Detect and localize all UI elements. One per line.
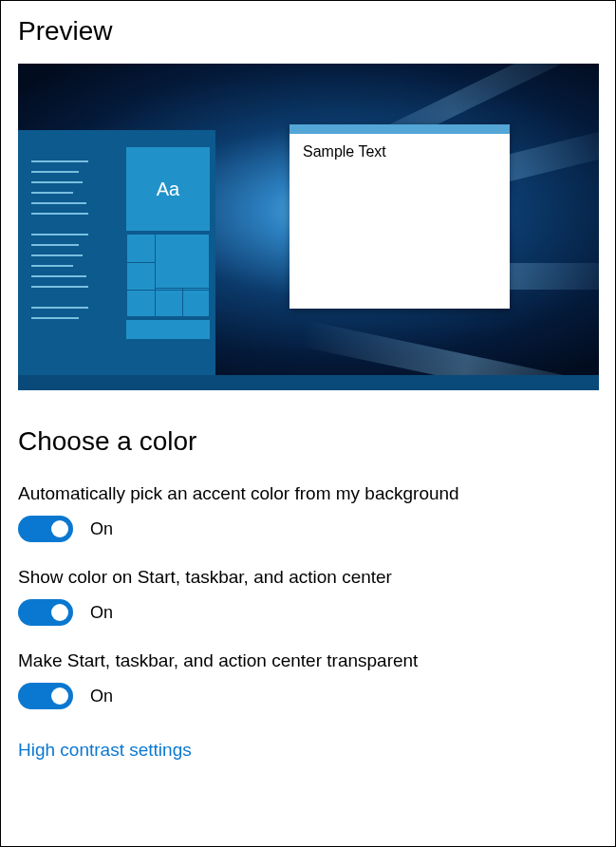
tile-grid bbox=[126, 234, 210, 317]
transparent-start-state: On bbox=[90, 687, 113, 706]
show-color-start-label: Show color on Start, taskbar, and action… bbox=[18, 567, 598, 588]
color-preview-box: Aa Sample Text bbox=[18, 64, 599, 390]
auto-accent-state: On bbox=[90, 519, 113, 539]
tile-aa: Aa bbox=[126, 147, 210, 231]
start-list-preview bbox=[31, 160, 111, 328]
show-color-start-toggle[interactable] bbox=[18, 599, 73, 626]
start-tiles-preview: Aa bbox=[126, 147, 212, 339]
preview-heading: Preview bbox=[18, 16, 598, 47]
choose-color-heading: Choose a color bbox=[18, 426, 598, 457]
auto-accent-label: Automatically pick an accent color from … bbox=[18, 483, 598, 504]
high-contrast-link[interactable]: High contrast settings bbox=[18, 740, 192, 761]
taskbar-preview bbox=[18, 375, 599, 390]
sample-window-titlebar bbox=[289, 124, 510, 134]
transparent-start-toggle[interactable] bbox=[18, 683, 73, 709]
transparent-start-label: Make Start, taskbar, and action center t… bbox=[18, 650, 598, 671]
tile-strip bbox=[126, 320, 210, 339]
show-color-start-state: On bbox=[90, 603, 113, 623]
sample-window-text: Sample Text bbox=[289, 134, 510, 170]
auto-accent-toggle[interactable] bbox=[18, 516, 73, 542]
start-menu-preview: Aa bbox=[18, 130, 215, 375]
sample-window-preview: Sample Text bbox=[289, 124, 510, 309]
